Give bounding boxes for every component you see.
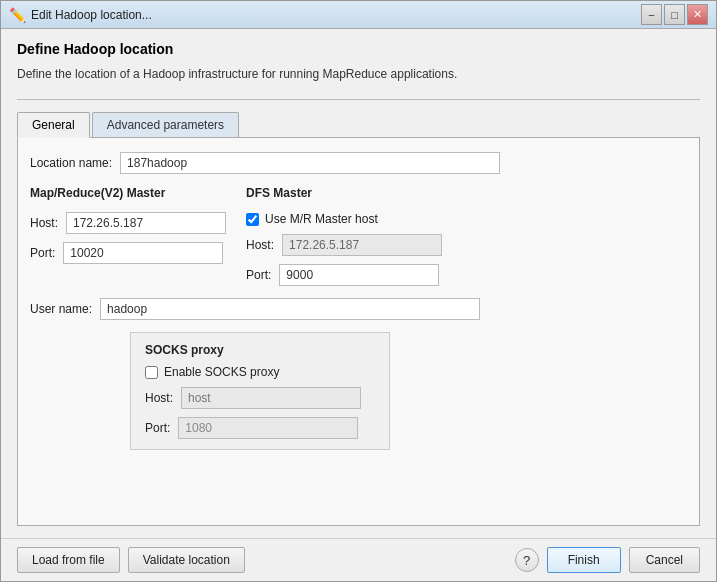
username-label: User name: (30, 302, 92, 316)
page-title: Define Hadoop location (17, 41, 700, 57)
socks-host-row: Host: (145, 387, 375, 409)
username-input[interactable] (100, 298, 480, 320)
socks-enable-label: Enable SOCKS proxy (164, 365, 279, 379)
mr-port-label: Port: (30, 246, 55, 260)
dfs-port-label: Port: (246, 268, 271, 282)
dfs-section: DFS Master Use M/R Master host Host: Por… (246, 186, 442, 286)
close-button[interactable]: ✕ (687, 4, 708, 25)
help-button[interactable]: ? (515, 548, 539, 572)
minimize-button[interactable]: − (641, 4, 662, 25)
socks-port-label: Port: (145, 421, 170, 435)
username-row: User name: (30, 298, 687, 320)
dfs-host-input[interactable] (282, 234, 442, 256)
title-bar-buttons: − □ ✕ (641, 4, 708, 25)
main-content: Define Hadoop location Define the locati… (1, 29, 716, 538)
location-name-label: Location name: (30, 156, 112, 170)
tab-content-general: Location name: Map/Reduce(V2) Master Hos… (17, 138, 700, 526)
mr-port-input[interactable] (63, 242, 223, 264)
cancel-button[interactable]: Cancel (629, 547, 700, 573)
dfs-port-row: Port: (246, 264, 442, 286)
master-sections: Map/Reduce(V2) Master Host: Port: DFS Ma… (30, 186, 687, 286)
socks-title: SOCKS proxy (145, 343, 375, 357)
dfs-host-label: Host: (246, 238, 274, 252)
socks-port-input[interactable] (178, 417, 358, 439)
dfs-use-master-checkbox[interactable] (246, 213, 259, 226)
mr-section-title: Map/Reduce(V2) Master (30, 186, 226, 200)
load-from-file-button[interactable]: Load from file (17, 547, 120, 573)
title-bar-text: Edit Hadoop location... (31, 8, 641, 22)
header-separator (17, 99, 700, 100)
location-name-input[interactable] (120, 152, 500, 174)
mr-host-input[interactable] (66, 212, 226, 234)
dfs-use-master-label: Use M/R Master host (265, 212, 378, 226)
tab-advanced[interactable]: Advanced parameters (92, 112, 239, 137)
bottom-bar: Load from file Validate location ? Finis… (1, 538, 716, 581)
socks-port-row: Port: (145, 417, 375, 439)
dfs-port-input[interactable] (279, 264, 439, 286)
dfs-section-title: DFS Master (246, 186, 442, 200)
socks-host-label: Host: (145, 391, 173, 405)
maximize-button[interactable]: □ (664, 4, 685, 25)
dfs-host-row: Host: (246, 234, 442, 256)
dfs-use-master-row: Use M/R Master host (246, 212, 442, 226)
location-name-row: Location name: (30, 152, 687, 174)
bottom-right-buttons: ? Finish Cancel (515, 547, 700, 573)
page-subtitle: Define the location of a Hadoop infrastr… (17, 67, 700, 81)
tab-general[interactable]: General (17, 112, 90, 138)
mr-section: Map/Reduce(V2) Master Host: Port: (30, 186, 226, 286)
socks-enable-checkbox[interactable] (145, 366, 158, 379)
tabs-container: General Advanced parameters Location nam… (17, 112, 700, 526)
socks-host-input[interactable] (181, 387, 361, 409)
socks-enable-row: Enable SOCKS proxy (145, 365, 375, 379)
validate-location-button[interactable]: Validate location (128, 547, 245, 573)
window-icon: ✏️ (9, 7, 25, 23)
window: ✏️ Edit Hadoop location... − □ ✕ Define … (0, 0, 717, 582)
mr-host-row: Host: (30, 212, 226, 234)
bottom-left-buttons: Load from file Validate location (17, 547, 515, 573)
title-bar: ✏️ Edit Hadoop location... − □ ✕ (1, 1, 716, 29)
tab-bar: General Advanced parameters (17, 112, 700, 138)
mr-port-row: Port: (30, 242, 226, 264)
finish-button[interactable]: Finish (547, 547, 621, 573)
socks-proxy-section: SOCKS proxy Enable SOCKS proxy Host: Por… (130, 332, 390, 450)
mr-host-label: Host: (30, 216, 58, 230)
